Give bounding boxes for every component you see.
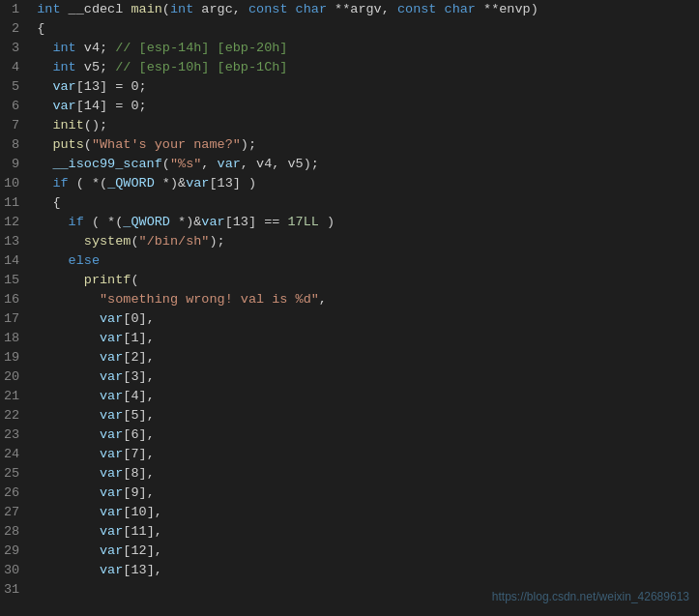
kw-token: const [397,2,437,16]
kw-token: if [69,215,84,229]
plain-token [37,369,100,384]
fn-token: system [84,234,131,249]
kw-token: else [69,253,100,268]
line-number: 10 [4,174,19,193]
cmt-token: // [esp-14h] [ebp-20h] [115,41,287,55]
line-number: 18 [4,329,19,348]
code-line: var[13] = 0; [37,77,699,97]
plain-token [37,176,52,191]
watermark: https://blog.csdn.net/weixin_42689613 [492,587,689,606]
plain-token [436,2,444,16]
line-number: 2 [4,19,19,39]
line-number: 9 [4,155,19,174]
var-token: var [52,99,75,113]
plain-token [37,292,100,307]
line-number: 1 [4,0,19,19]
kw-token: int [170,2,193,16]
code-line: { [37,19,699,39]
code-line: var[10], [37,503,699,522]
var-token: var [100,505,123,519]
plain-token [37,389,100,403]
num-token: 17LL [287,215,318,229]
plain-token: (); [84,118,107,132]
plain-token: [2], [123,350,154,365]
code-line: printf( [37,271,699,290]
line-number: 6 [4,97,19,116]
code-line: __isoc99_scanf("%s", var, v4, v5); [37,155,699,174]
code-line: var[9], [37,484,699,503]
code-line: if ( *(_QWORD *)&var[13] ) [37,174,699,193]
plain-token: [0], [123,311,154,326]
line-number: 24 [4,445,19,464]
var-token: var [100,408,123,423]
plain-token [37,234,84,249]
line-number: 31 [4,580,19,600]
line-numbers: 1234567891011121314151617181920212223242… [0,0,27,616]
code-line: var[3], [37,367,699,387]
line-number: 14 [4,251,19,271]
line-number: 12 [4,213,19,232]
plain-token [37,215,68,229]
cmt-token: // [esp-10h] [ebp-1Ch] [115,60,287,74]
code-line: else [37,251,699,271]
fn-token: main [131,2,161,16]
plain-token [37,505,100,519]
code-line: int v4; // [esp-14h] [ebp-20h] [37,39,699,58]
line-number: 20 [4,367,19,387]
kw-token: if [52,176,68,191]
code-line: var[1], [37,329,699,348]
plain-token: ( *( [84,215,124,229]
macro-token: __isoc99_scanf [52,157,161,171]
code-line: puts("What's your name?"); [37,135,699,155]
var-token: var [100,563,123,577]
code-line: int __cdecl main(int argc, const char **… [37,0,699,19]
var-token: var [100,524,123,539]
plain-token: ); [209,234,224,249]
code-line: var[8], [37,464,699,484]
plain-token [37,466,100,481]
line-number: 5 [4,77,19,97]
var-token: var [100,331,123,345]
plain-token [37,563,100,577]
plain-token: v5; [76,60,116,74]
plain-token: ( [131,234,138,249]
plain-token [37,408,100,423]
plain-token: ( [162,2,170,16]
str-token: "%s" [170,157,201,171]
var-token: var [218,157,241,171]
plain-token [37,447,100,461]
plain-token: [5], [123,408,154,423]
line-number: 22 [4,406,19,425]
code-editor: 1234567891011121314151617181920212223242… [0,0,699,616]
var-token: var [100,447,123,461]
var-token: var [100,369,123,384]
str-token: "something wrong! val is %d" [100,292,319,307]
line-number: 7 [4,116,19,135]
plain-token: [13] ) [209,176,256,191]
plain-token [37,543,100,558]
var-token: var [100,466,123,481]
line-number: 17 [4,309,19,329]
str-token: "What's your name?" [92,137,241,152]
plain-token: [13] = 0; [76,79,147,94]
line-number: 23 [4,425,19,445]
kw-token: int [52,41,75,55]
plain-token: , v4, v5); [241,157,319,171]
macro-token: _QWORD [123,215,170,229]
plain-token: , [201,157,217,171]
var-token: var [100,389,123,403]
code-line: int v5; // [esp-10h] [ebp-1Ch] [37,58,699,77]
code-line: "something wrong! val is %d", [37,290,699,309]
plain-token [37,253,68,268]
plain-token: **envp) [476,2,539,16]
var-token: var [100,485,123,500]
code-line: { [37,193,699,213]
line-number: 11 [4,193,19,213]
plain-token [37,157,52,171]
plain-token: [14] = 0; [76,99,147,113]
code-line: var[11], [37,522,699,542]
kw-token: char [445,2,476,16]
code-line: system("/bin/sh"); [37,232,699,251]
plain-token [37,350,100,365]
line-number: 3 [4,39,19,58]
